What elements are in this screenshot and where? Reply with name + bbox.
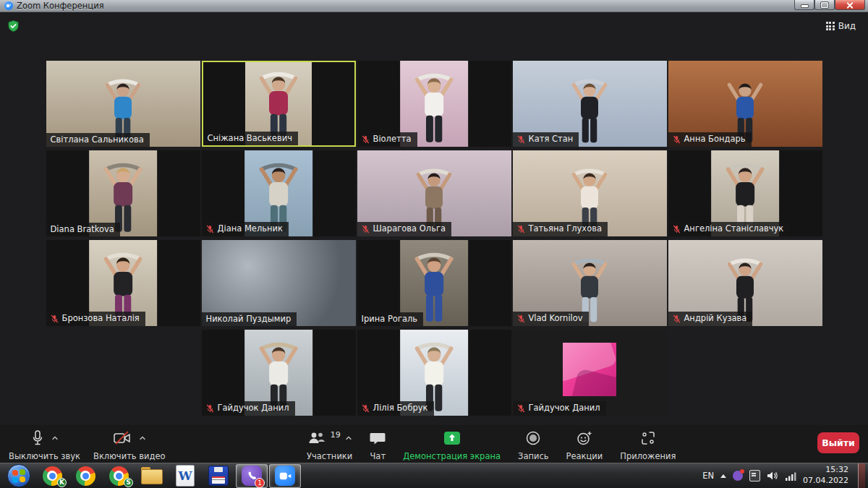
word-icon: W (176, 465, 195, 487)
network-signal-icon[interactable] (785, 471, 796, 481)
participant-tile[interactable]: Diana Bratkova (46, 150, 200, 236)
minimize-button[interactable] (794, 0, 814, 10)
participant-tile[interactable]: Анна Бондарь (668, 61, 822, 147)
windows-start-icon (7, 464, 30, 487)
participant-name: Vlad Kornilov (529, 314, 583, 323)
taskbar-medoc-app-button[interactable] (203, 464, 234, 488)
chat-label: Чат (370, 451, 386, 461)
participant-name: Diana Bratkova (51, 226, 114, 234)
taskbar-start-button-button[interactable] (3, 464, 35, 488)
participant-tile[interactable]: Сніжана Васькевич (202, 61, 356, 147)
participant-name: Гайдучок Данил (218, 404, 289, 413)
muted-mic-icon (206, 225, 214, 234)
leave-meeting-button[interactable]: Выйти (817, 432, 859, 453)
participant-tile[interactable]: Татьяна Глухова (513, 150, 667, 236)
participant-tile[interactable]: Катя Стан (513, 61, 667, 147)
participant-namebar: Ангеліна Станіславчук (668, 222, 790, 236)
taskbar-viber-button[interactable]: 1 (236, 464, 268, 488)
participant-tile[interactable]: Андрій Кузава (668, 240, 822, 326)
taskbar-chrome-profile-k-button[interactable]: K (36, 464, 68, 488)
taskbar-zoom-app-button[interactable] (269, 464, 301, 488)
participant-namebar: Шарагова Ольга (357, 222, 452, 236)
chat-button[interactable]: Чат (367, 428, 388, 463)
muted-mic-icon (362, 135, 370, 144)
clock-date: 07.04.2022 (803, 476, 848, 487)
muted-mic-icon (517, 225, 525, 234)
share-screen-label: Демонстрация экрана (403, 451, 501, 461)
apps-button[interactable]: Приложения (617, 428, 678, 463)
floppy-disk-icon (208, 466, 229, 486)
muted-mic-icon (362, 225, 370, 234)
participants-chevron-icon[interactable] (345, 435, 352, 441)
participants-label: Участники (307, 451, 352, 461)
gallery-row: Світлана Сальникова Сніжана Васькевич Ві… (0, 61, 868, 147)
participant-name: Віолетта (373, 135, 412, 144)
close-button[interactable] (835, 0, 865, 10)
volume-icon[interactable] (767, 471, 778, 481)
view-button[interactable]: Вид (822, 19, 859, 33)
reactions-button[interactable]: Реакции (563, 428, 606, 463)
participant-tile[interactable]: Ангеліна Станіславчук (668, 150, 822, 236)
chrome-profile-badge: K (57, 478, 67, 487)
participant-name: Катя Стан (529, 135, 574, 144)
muted-mic-icon (673, 135, 681, 144)
start-video-label: Включить видео (93, 451, 166, 461)
participant-name: Татьяна Глухова (529, 225, 603, 234)
participant-tile[interactable]: Ірина Рогаль (357, 240, 511, 326)
video-options-chevron-icon[interactable] (139, 435, 146, 441)
participant-tile[interactable]: Гайдучок Данил (202, 330, 356, 416)
participant-namebar: Анна Бондарь (668, 132, 752, 147)
audio-options-chevron-icon[interactable] (51, 435, 59, 441)
taskbar-word-button[interactable]: W (169, 464, 201, 488)
participant-tile[interactable]: Бронзова Наталія (46, 240, 200, 326)
windows-taskbar: KSW 1 EN 15:32 07.04.2022 (0, 463, 868, 488)
record-label: Запись (518, 451, 549, 461)
system-tray: EN 15:32 07.04.2022 (702, 463, 868, 488)
maximize-button[interactable] (814, 0, 835, 10)
start-video-button[interactable]: Включить видео (90, 428, 169, 463)
tray-viber-icon[interactable] (733, 471, 743, 481)
participant-tile[interactable]: Шарагова Ольга (357, 150, 511, 236)
record-icon (526, 431, 540, 445)
participants-count: 19 (331, 430, 341, 440)
participant-tile[interactable]: Гайдучок Данил (513, 330, 667, 416)
participant-tile[interactable]: Лілія Бобрук (357, 330, 511, 416)
participant-tile[interactable]: Світлана Сальникова (46, 61, 200, 147)
zoom-camera-icon (275, 466, 295, 486)
taskbar-windows-explorer-button[interactable] (136, 464, 168, 488)
share-screen-icon (443, 431, 461, 445)
view-button-label: Вид (838, 21, 856, 31)
apps-icon (641, 431, 655, 445)
share-screen-button[interactable]: Демонстрация экрана (400, 428, 503, 463)
participant-namebar: Гайдучок Данил (513, 401, 606, 416)
participant-namebar: Vlad Kornilov (513, 312, 589, 326)
participant-tile[interactable]: Віолетта (357, 61, 511, 147)
taskbar-chrome-button[interactable] (69, 464, 101, 488)
participant-tile[interactable]: Діана Мельник (202, 150, 356, 236)
profile-avatar (563, 343, 616, 396)
show-desktop-button[interactable] (858, 463, 865, 488)
tray-app-icon[interactable] (749, 470, 760, 481)
record-button[interactable]: Запись (515, 428, 552, 463)
language-indicator[interactable]: EN (702, 471, 714, 481)
participant-tile[interactable]: Николай Пуздымир (202, 240, 356, 326)
participant-namebar: Віолетта (357, 132, 417, 147)
participant-name: Николай Пуздымир (206, 315, 292, 324)
screen: { "window": { "title": "Zoom Конференция… (0, 0, 868, 488)
restore-icon (821, 2, 828, 8)
security-shield-icon[interactable] (8, 20, 19, 32)
explorer-folder-icon (141, 467, 163, 484)
participant-tile[interactable]: Vlad Kornilov (513, 240, 667, 326)
microphone-icon (31, 430, 44, 446)
taskbar-chrome-profile-s-button[interactable]: S (103, 464, 135, 488)
participant-name: Сніжана Васькевич (208, 134, 292, 143)
mute-audio-button[interactable]: Выключить звук (6, 428, 83, 463)
participants-button[interactable]: 19 Участники (304, 428, 355, 463)
participant-name: Анна Бондарь (684, 135, 746, 144)
participant-name: Ангеліна Станіславчук (684, 225, 784, 234)
close-icon (846, 1, 854, 9)
participant-name: Гайдучок Данил (529, 404, 600, 413)
tray-expand-icon[interactable] (720, 474, 726, 478)
taskbar-clock[interactable]: 15:32 07.04.2022 (803, 465, 851, 487)
video-camera-off-icon (113, 431, 132, 445)
